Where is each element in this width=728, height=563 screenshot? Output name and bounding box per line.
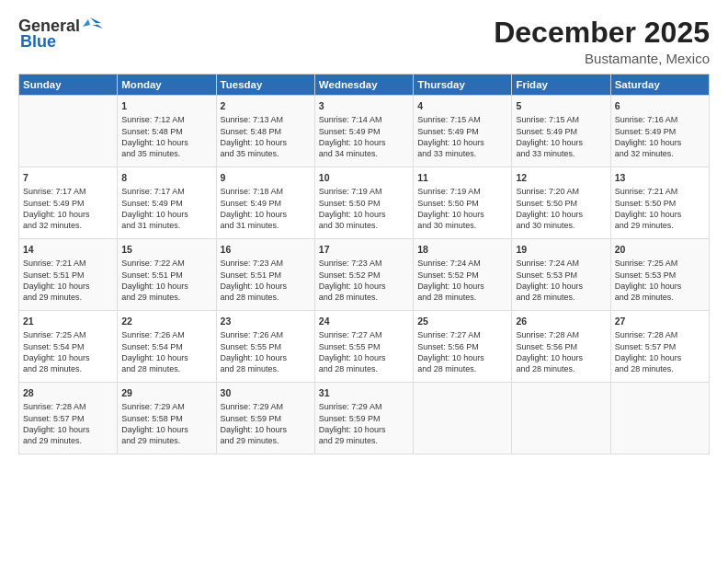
cell-info: Daylight: 10 hours — [417, 352, 507, 363]
cell-info: and 28 minutes. — [319, 292, 409, 303]
cell-info: and 29 minutes. — [615, 220, 705, 231]
cell-info: Sunrise: 7:28 AM — [615, 329, 705, 340]
cell-info: Sunset: 5:58 PM — [121, 413, 211, 424]
day-number: 27 — [615, 315, 705, 327]
day-number: 13 — [615, 171, 705, 184]
cell-info: Sunset: 5:59 PM — [221, 413, 311, 424]
cell-info: Sunset: 5:50 PM — [516, 198, 606, 209]
day-number: 29 — [121, 386, 211, 399]
title-block: December 2025 Bustamante, Mexico — [494, 17, 710, 66]
cell-info: Daylight: 10 hours — [121, 137, 211, 148]
cell-info: Daylight: 10 hours — [221, 137, 311, 148]
day-number: 11 — [417, 171, 507, 184]
cell-info: and 28 minutes. — [615, 363, 705, 374]
cell-info: Sunrise: 7:12 AM — [121, 114, 211, 125]
cell-info: and 28 minutes. — [615, 292, 705, 303]
calendar-cell: 29Sunrise: 7:29 AMSunset: 5:58 PMDayligh… — [118, 383, 216, 454]
cell-info: Sunrise: 7:17 AM — [23, 186, 113, 197]
cell-info: and 28 minutes. — [417, 363, 507, 374]
calendar-cell: 1Sunrise: 7:12 AMSunset: 5:48 PMDaylight… — [118, 96, 216, 167]
cell-info: Daylight: 10 hours — [319, 424, 409, 435]
cell-info: Sunset: 5:51 PM — [23, 270, 113, 281]
calendar-cell: 18Sunrise: 7:24 AMSunset: 5:52 PMDayligh… — [414, 239, 512, 311]
week-row-2: 7Sunrise: 7:17 AMSunset: 5:49 PMDaylight… — [19, 167, 710, 239]
cell-info: and 29 minutes. — [23, 435, 113, 446]
day-header-wednesday: Wednesday — [314, 75, 413, 96]
cell-info: Sunrise: 7:14 AM — [319, 114, 409, 125]
cell-info: Sunset: 5:49 PM — [615, 126, 705, 137]
calendar-cell: 3Sunrise: 7:14 AMSunset: 5:49 PMDaylight… — [314, 96, 413, 167]
day-number: 4 — [417, 99, 507, 112]
cell-info: Daylight: 10 hours — [23, 281, 113, 292]
cell-info: Daylight: 10 hours — [121, 352, 211, 363]
cell-info: Sunrise: 7:21 AM — [23, 258, 113, 269]
day-header-thursday: Thursday — [414, 75, 512, 96]
cell-info: Sunset: 5:50 PM — [319, 198, 409, 209]
header: General Blue December 2025 Bustamante, M… — [18, 17, 710, 66]
day-number: 18 — [417, 243, 507, 256]
cell-info: Daylight: 10 hours — [121, 424, 211, 435]
cell-info: Sunrise: 7:28 AM — [23, 401, 113, 412]
cell-info: Daylight: 10 hours — [615, 352, 705, 363]
cell-info: Sunset: 5:57 PM — [615, 341, 705, 352]
page: General Blue December 2025 Bustamante, M… — [0, 0, 728, 563]
week-row-3: 14Sunrise: 7:21 AMSunset: 5:51 PMDayligh… — [19, 239, 710, 311]
day-number: 6 — [615, 99, 705, 112]
cell-info: Sunrise: 7:19 AM — [319, 186, 409, 197]
header-row: SundayMondayTuesdayWednesdayThursdayFrid… — [19, 75, 710, 96]
calendar-cell: 20Sunrise: 7:25 AMSunset: 5:53 PMDayligh… — [610, 239, 709, 311]
calendar-cell: 31Sunrise: 7:29 AMSunset: 5:59 PMDayligh… — [314, 383, 413, 454]
calendar-cell: 22Sunrise: 7:26 AMSunset: 5:54 PMDayligh… — [118, 311, 216, 383]
cell-info: Sunrise: 7:19 AM — [417, 186, 507, 197]
calendar-cell: 6Sunrise: 7:16 AMSunset: 5:49 PMDaylight… — [610, 96, 709, 167]
cell-info: Sunset: 5:49 PM — [516, 126, 606, 137]
cell-info: and 30 minutes. — [417, 220, 507, 231]
day-number: 14 — [23, 243, 113, 256]
cell-info: and 29 minutes. — [319, 435, 409, 446]
day-header-sunday: Sunday — [19, 75, 118, 96]
cell-info: Sunset: 5:53 PM — [516, 270, 606, 281]
logo-blue-text: Blue — [20, 32, 56, 52]
day-number: 17 — [319, 243, 409, 256]
cell-info: Sunset: 5:48 PM — [221, 126, 311, 137]
calendar-cell: 5Sunrise: 7:15 AMSunset: 5:49 PMDaylight… — [512, 96, 610, 167]
cell-info: Sunrise: 7:27 AM — [319, 329, 409, 340]
cell-info: and 31 minutes. — [121, 220, 211, 231]
day-number: 23 — [221, 315, 311, 327]
calendar-cell: 19Sunrise: 7:24 AMSunset: 5:53 PMDayligh… — [512, 239, 610, 311]
cell-info: Sunrise: 7:29 AM — [121, 401, 211, 412]
calendar-cell: 26Sunrise: 7:28 AMSunset: 5:56 PMDayligh… — [512, 311, 610, 383]
svg-marker-0 — [90, 17, 103, 29]
logo-bird-icon — [83, 16, 105, 34]
cell-info: Daylight: 10 hours — [615, 137, 705, 148]
cell-info: Sunset: 5:49 PM — [417, 126, 507, 137]
calendar-table: SundayMondayTuesdayWednesdayThursdayFrid… — [18, 74, 710, 454]
calendar-cell — [610, 383, 709, 454]
cell-info: and 29 minutes. — [23, 292, 113, 303]
cell-info: Sunset: 5:54 PM — [23, 341, 113, 352]
day-number: 8 — [121, 171, 211, 184]
cell-info: Sunrise: 7:23 AM — [319, 258, 409, 269]
cell-info: Sunrise: 7:24 AM — [417, 258, 507, 269]
day-number: 12 — [516, 171, 606, 184]
day-number: 19 — [516, 243, 606, 256]
calendar-cell: 12Sunrise: 7:20 AMSunset: 5:50 PMDayligh… — [512, 167, 610, 239]
calendar-cell: 28Sunrise: 7:28 AMSunset: 5:57 PMDayligh… — [19, 383, 118, 454]
cell-info: Sunrise: 7:21 AM — [615, 186, 705, 197]
logo: General Blue — [18, 17, 105, 52]
day-number: 3 — [319, 99, 409, 112]
day-number: 15 — [121, 243, 211, 256]
week-row-5: 28Sunrise: 7:28 AMSunset: 5:57 PMDayligh… — [19, 383, 710, 454]
calendar-cell: 7Sunrise: 7:17 AMSunset: 5:49 PMDaylight… — [19, 167, 118, 239]
day-number: 7 — [23, 171, 113, 184]
cell-info: Sunset: 5:53 PM — [615, 270, 705, 281]
cell-info: Daylight: 10 hours — [516, 137, 606, 148]
cell-info: Daylight: 10 hours — [121, 209, 211, 220]
cell-info: Daylight: 10 hours — [319, 281, 409, 292]
cell-info: Sunset: 5:51 PM — [121, 270, 211, 281]
cell-info: and 28 minutes. — [23, 363, 113, 374]
calendar-cell: 17Sunrise: 7:23 AMSunset: 5:52 PMDayligh… — [314, 239, 413, 311]
cell-info: Sunrise: 7:15 AM — [516, 114, 606, 125]
calendar-cell: 30Sunrise: 7:29 AMSunset: 5:59 PMDayligh… — [216, 383, 314, 454]
day-header-friday: Friday — [512, 75, 610, 96]
